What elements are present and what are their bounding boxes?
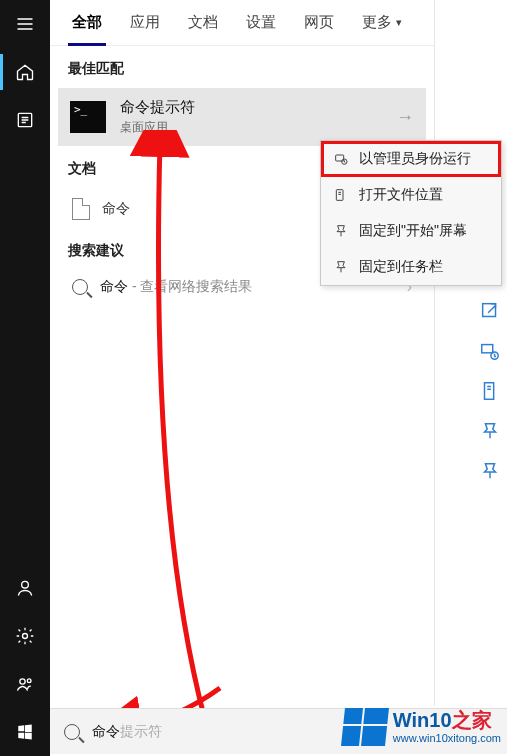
user-icon[interactable] bbox=[0, 564, 50, 612]
search-typed-text: 命令 bbox=[92, 723, 120, 739]
menu-pin-start-label: 固定到"开始"屏幕 bbox=[359, 222, 467, 240]
document-item-label: 命令 bbox=[102, 200, 130, 218]
windows-logo-icon bbox=[341, 708, 389, 746]
menu-run-as-admin[interactable]: 以管理员身份运行 bbox=[321, 141, 501, 177]
watermark-brand: Win10 bbox=[393, 709, 452, 731]
svg-point-3 bbox=[20, 679, 25, 684]
admin-icon[interactable] bbox=[479, 340, 501, 362]
svg-rect-7 bbox=[336, 190, 343, 201]
context-menu: 以管理员身份运行 打开文件位置 固定到"开始"屏幕 固定到任务栏 bbox=[320, 140, 502, 286]
tab-apps[interactable]: 应用 bbox=[116, 0, 174, 46]
tab-more[interactable]: 更多 ▾ bbox=[348, 0, 416, 46]
pin-start-icon[interactable] bbox=[479, 420, 501, 442]
cmd-app-icon: >_ bbox=[70, 101, 106, 133]
svg-point-4 bbox=[27, 679, 31, 683]
menu-open-location-label: 打开文件位置 bbox=[359, 186, 443, 204]
tab-settings[interactable]: 设置 bbox=[232, 0, 290, 46]
suggestion-query: 命令 bbox=[100, 278, 128, 294]
home-icon[interactable] bbox=[0, 48, 50, 96]
start-rail bbox=[0, 0, 50, 756]
section-best-match: 最佳匹配 bbox=[50, 46, 434, 86]
search-tabs: 全部 应用 文档 设置 网页 更多 ▾ bbox=[50, 0, 434, 46]
tab-more-label: 更多 bbox=[362, 13, 392, 32]
chevron-down-icon: ▾ bbox=[396, 16, 402, 29]
people-icon[interactable] bbox=[0, 660, 50, 708]
watermark-url: www.win10xitong.com bbox=[393, 732, 501, 745]
windows-start-icon[interactable] bbox=[0, 708, 50, 756]
tab-web[interactable]: 网页 bbox=[290, 0, 348, 46]
list-icon[interactable] bbox=[0, 96, 50, 144]
tab-documents[interactable]: 文档 bbox=[174, 0, 232, 46]
watermark: Win10之家 www.win10xitong.com bbox=[343, 708, 501, 746]
search-icon bbox=[72, 279, 88, 295]
menu-pin-taskbar[interactable]: 固定到任务栏 bbox=[321, 249, 501, 285]
best-match-title: 命令提示符 bbox=[120, 98, 195, 117]
menu-open-location[interactable]: 打开文件位置 bbox=[321, 177, 501, 213]
settings-icon[interactable] bbox=[0, 612, 50, 660]
tab-all[interactable]: 全部 bbox=[58, 0, 116, 46]
menu-pin-taskbar-label: 固定到任务栏 bbox=[359, 258, 443, 276]
hamburger-icon[interactable] bbox=[0, 0, 50, 48]
search-input[interactable]: 命令提示符 bbox=[92, 723, 162, 741]
svg-rect-11 bbox=[485, 383, 494, 400]
menu-run-as-admin-label: 以管理员身份运行 bbox=[359, 150, 471, 168]
svg-rect-9 bbox=[482, 345, 493, 353]
best-match-subtitle: 桌面应用 bbox=[120, 119, 195, 136]
document-icon bbox=[72, 198, 90, 220]
pin-taskbar-icon[interactable] bbox=[479, 460, 501, 482]
suggestion-hint: - 查看网络搜索结果 bbox=[128, 278, 252, 294]
best-match-item[interactable]: >_ 命令提示符 桌面应用 → bbox=[58, 88, 426, 146]
search-ghost-text: 提示符 bbox=[120, 723, 162, 739]
svg-point-2 bbox=[23, 634, 28, 639]
svg-rect-8 bbox=[483, 304, 496, 317]
open-icon[interactable] bbox=[479, 300, 501, 322]
menu-pin-start[interactable]: 固定到"开始"屏幕 bbox=[321, 213, 501, 249]
file-icon[interactable] bbox=[479, 380, 501, 402]
watermark-zhi: 之家 bbox=[452, 709, 492, 731]
preview-action-rail bbox=[479, 300, 501, 482]
search-panel: 全部 应用 文档 设置 网页 更多 ▾ 最佳匹配 >_ 命令提示符 桌面应用 →… bbox=[50, 0, 435, 706]
search-icon bbox=[64, 724, 80, 740]
expand-arrow-icon[interactable]: → bbox=[396, 107, 414, 128]
svg-point-1 bbox=[22, 581, 29, 588]
